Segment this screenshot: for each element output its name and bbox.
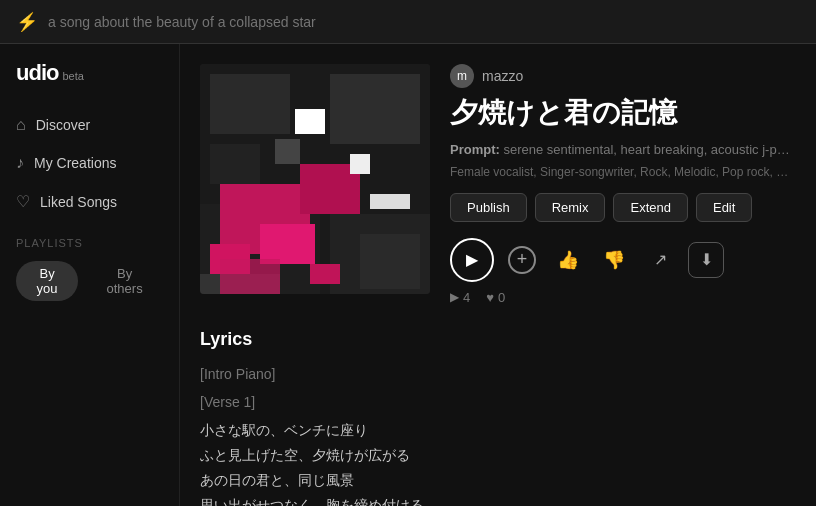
beta-label: beta (62, 70, 83, 82)
lyrics-line-3: あの日の君と、同じ風景 (200, 468, 796, 493)
lyrics-line-4: 思い出がせつなく、胸を締め付ける (200, 493, 796, 506)
share-button[interactable]: ↗ (642, 242, 678, 278)
album-art (200, 64, 430, 294)
prompt-text: Prompt: serene sentimental, heart breaki… (450, 142, 790, 157)
heart-count-icon: ♥ (486, 290, 494, 305)
song-info: m mazzo 夕焼けと君の記憶 Prompt: serene sentimen… (450, 64, 796, 305)
play-count-icon: ▶ (450, 290, 459, 304)
stats-row: ▶ 4 ♥ 0 (450, 290, 796, 305)
topbar: ⚡ (0, 0, 816, 44)
lyrics-title: Lyrics (200, 329, 796, 350)
play-button[interactable]: ▶ (450, 238, 494, 282)
music-icon: ♪ (16, 154, 24, 172)
plays-stat: ▶ 4 (450, 290, 470, 305)
thumbs-up-icon: 👍 (557, 249, 579, 271)
playback-row: ▶ + 👍 👎 ↗ ⬇ (450, 238, 796, 282)
playlist-tabs: By you By others (0, 257, 179, 305)
lyrics-verse-label: [Verse 1] (200, 394, 796, 410)
heart-icon: ♡ (16, 192, 30, 211)
sidebar-item-my-creations[interactable]: ♪ My Creations (0, 144, 179, 182)
song-detail: m mazzo 夕焼けと君の記憶 Prompt: serene sentimen… (200, 64, 796, 305)
thumbs-down-icon: 👎 (603, 249, 625, 271)
like-button[interactable]: 👍 (550, 242, 586, 278)
sidebar-item-liked-songs[interactable]: ♡ Liked Songs (0, 182, 179, 221)
likes-stat: ♥ 0 (486, 290, 505, 305)
logo: udio (16, 60, 58, 86)
sidebar-item-label: Discover (36, 117, 90, 133)
add-button[interactable]: + (504, 242, 540, 278)
artist-name: mazzo (482, 68, 523, 84)
content-area: m mazzo 夕焼けと君の記憶 Prompt: serene sentimen… (180, 44, 816, 506)
share-icon: ↗ (654, 250, 667, 269)
play-count: 4 (463, 290, 470, 305)
artist-row: m mazzo (450, 64, 796, 88)
sidebar-item-discover[interactable]: ⌂ Discover (0, 106, 179, 144)
lyrics-intro-tag: [Intro Piano] (200, 366, 796, 382)
home-icon: ⌂ (16, 116, 26, 134)
tags-row: Female vocalist, Singer-songwriter, Rock… (450, 165, 790, 179)
avatar: m (450, 64, 474, 88)
main-layout: udio beta ⌂ Discover ♪ My Creations ♡ Li… (0, 44, 816, 506)
lyrics-line-2: ふと見上げた空、夕焼けが広がる (200, 443, 796, 468)
edit-button[interactable]: Edit (696, 193, 752, 222)
dislike-button[interactable]: 👎 (596, 242, 632, 278)
sidebar-item-label: My Creations (34, 155, 116, 171)
logo-area: udio beta (0, 60, 179, 106)
song-title: 夕焼けと君の記憶 (450, 96, 796, 130)
prompt-label: Prompt: (450, 142, 500, 157)
search-input[interactable] (48, 14, 800, 30)
playlists-heading: PLAYLISTS (0, 221, 179, 257)
sidebar: udio beta ⌂ Discover ♪ My Creations ♡ Li… (0, 44, 180, 506)
play-icon: ▶ (466, 250, 478, 269)
prompt-value: serene sentimental, heart breaking, acou… (503, 142, 790, 157)
extend-button[interactable]: Extend (613, 193, 687, 222)
lightning-icon: ⚡ (16, 11, 38, 33)
like-count: 0 (498, 290, 505, 305)
sidebar-item-label: Liked Songs (40, 194, 117, 210)
add-icon: + (508, 246, 536, 274)
download-icon: ⬇ (700, 250, 713, 269)
lyrics-line-1: 小さな駅の、ベンチに座り (200, 418, 796, 443)
publish-button[interactable]: Publish (450, 193, 527, 222)
tab-by-you[interactable]: By you (16, 261, 78, 301)
tab-by-others[interactable]: By others (86, 261, 163, 301)
lyrics-section: Lyrics [Intro Piano] [Verse 1] 小さな駅の、ベンチ… (200, 329, 796, 506)
remix-button[interactable]: Remix (535, 193, 606, 222)
action-buttons: Publish Remix Extend Edit (450, 193, 796, 222)
download-button[interactable]: ⬇ (688, 242, 724, 278)
